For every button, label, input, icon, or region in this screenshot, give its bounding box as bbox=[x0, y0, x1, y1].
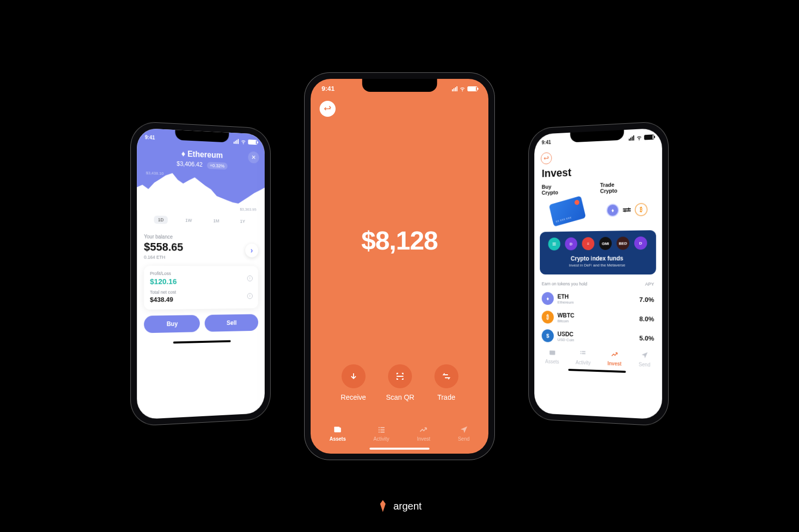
index-funds-card[interactable]: D ≡ GMI BED D Crypto index funds Invest … bbox=[540, 230, 656, 274]
action-label: Receive bbox=[341, 393, 366, 401]
scan-qr-button[interactable]: Scan QR bbox=[386, 364, 414, 401]
send-icon bbox=[458, 425, 469, 434]
cost-label: Total net cost bbox=[150, 289, 176, 294]
wifi-icon bbox=[241, 138, 246, 144]
receive-button[interactable]: Receive bbox=[341, 364, 366, 401]
tab-assets[interactable]: Assets bbox=[330, 425, 346, 442]
battery-icon bbox=[248, 139, 258, 145]
fund-dot-icon: D bbox=[565, 237, 577, 250]
svg-rect-6 bbox=[379, 431, 380, 432]
svg-rect-3 bbox=[380, 427, 384, 428]
pnl-value: $120.16 bbox=[150, 277, 177, 285]
earn-row-usdc[interactable]: $ USDC USD Coin 5.0% bbox=[534, 326, 662, 348]
brand-name: argent bbox=[394, 501, 422, 512]
index-card-title: Crypto index funds bbox=[545, 255, 650, 262]
tab-invest[interactable]: Invest bbox=[607, 349, 621, 366]
apy-value: 7.0% bbox=[639, 295, 654, 303]
sell-button[interactable]: Sell bbox=[205, 314, 258, 332]
trade-crypto-tile[interactable]: TradeCrypto ♦ ₿ bbox=[600, 180, 654, 224]
range-1d[interactable]: 1D bbox=[154, 216, 167, 224]
svg-rect-5 bbox=[380, 429, 384, 430]
fund-dot-icon: GMI bbox=[599, 237, 612, 250]
range-selector: 1D 1W 1M 1Y bbox=[137, 210, 265, 231]
range-1w[interactable]: 1W bbox=[181, 216, 196, 225]
wallet-icon bbox=[332, 425, 343, 434]
home-indicator[interactable] bbox=[173, 340, 231, 343]
argent-logo-icon bbox=[378, 500, 389, 512]
earn-row-eth[interactable]: ♦ ETH Ethereum 7.0% bbox=[534, 289, 662, 309]
tab-send[interactable]: Send bbox=[458, 425, 469, 442]
tab-invest[interactable]: Invest bbox=[417, 425, 430, 442]
svg-rect-7 bbox=[380, 431, 384, 432]
index-card-sub: Invest in DeFi and the Metaverse bbox=[545, 263, 650, 267]
swap-icon bbox=[434, 364, 458, 388]
action-label: Trade bbox=[437, 393, 455, 401]
home-indicator[interactable] bbox=[568, 369, 626, 373]
phone-left: 9:41 ✕ ♦ Ethereum $3,406.42 +0.32% bbox=[131, 121, 270, 426]
action-label: Scan QR bbox=[386, 393, 414, 401]
wifi-icon bbox=[636, 134, 642, 141]
swap-arrows-icon bbox=[622, 206, 632, 214]
price-change-badge: +0.32% bbox=[207, 162, 228, 170]
tab-assets[interactable]: Assets bbox=[545, 348, 559, 364]
tab-bar: Assets Activity Invest Send bbox=[311, 421, 488, 445]
range-1y[interactable]: 1Y bbox=[236, 217, 249, 225]
eth-icon: ♦ bbox=[542, 292, 554, 305]
svg-rect-9 bbox=[581, 351, 582, 352]
phone-right: 9:41 Invest BuyCrypto T bbox=[529, 121, 668, 426]
btc-coin-icon: ₿ bbox=[635, 203, 648, 216]
credit-card-icon bbox=[549, 196, 586, 227]
svg-rect-8 bbox=[549, 350, 555, 355]
signal-icon bbox=[629, 135, 634, 141]
btc-icon: ₿ bbox=[542, 310, 554, 323]
tab-activity[interactable]: Activity bbox=[576, 349, 591, 366]
wallet-icon bbox=[547, 348, 557, 357]
tab-bar: Assets Activity Invest Send bbox=[534, 344, 662, 369]
tab-send[interactable]: Send bbox=[639, 350, 650, 367]
signal-icon bbox=[452, 86, 457, 91]
earn-section-label: Earn on tokens you hold bbox=[542, 281, 587, 286]
svg-rect-11 bbox=[581, 353, 582, 354]
buy-button[interactable]: Buy bbox=[144, 315, 200, 333]
usdc-icon: $ bbox=[542, 329, 554, 342]
pnl-card: Profit/Loss $120.16 i Total net cost $43… bbox=[144, 266, 258, 309]
brand-footer: argent bbox=[378, 500, 422, 512]
tab-activity[interactable]: Activity bbox=[374, 425, 390, 442]
svg-rect-4 bbox=[379, 429, 380, 430]
balance-native: 0.164 ETH bbox=[144, 255, 183, 260]
total-balance: $8,128 bbox=[311, 117, 488, 364]
asset-price: $3,406.42 bbox=[177, 160, 203, 168]
price-chart[interactable]: $3,438.10 $3,363.95 bbox=[137, 169, 265, 213]
send-icon bbox=[639, 350, 650, 360]
svg-rect-10 bbox=[582, 351, 586, 352]
status-time: 9:41 bbox=[542, 139, 551, 145]
svg-rect-2 bbox=[379, 427, 380, 428]
balance-usd: $558.65 bbox=[144, 240, 183, 254]
signal-icon bbox=[234, 139, 239, 144]
fund-dot-icon: BED bbox=[617, 237, 629, 250]
list-icon bbox=[376, 425, 387, 434]
arrow-down-icon bbox=[342, 364, 366, 388]
trend-up-icon bbox=[609, 349, 620, 359]
range-1m[interactable]: 1M bbox=[209, 217, 223, 225]
network-switch-button[interactable] bbox=[541, 152, 552, 164]
phone-center: 9:41 $8,128 Receive bbox=[305, 73, 494, 460]
trade-button[interactable]: Trade bbox=[434, 364, 458, 401]
pnl-label: Profit/Loss bbox=[150, 270, 177, 275]
svg-rect-12 bbox=[582, 353, 586, 354]
status-time: 9:41 bbox=[145, 134, 155, 140]
info-icon[interactable]: i bbox=[247, 292, 253, 298]
fund-dot-icon: D bbox=[634, 236, 647, 250]
home-indicator[interactable] bbox=[370, 448, 429, 450]
chart-high-label: $3,438.10 bbox=[146, 170, 163, 175]
network-switch-button[interactable] bbox=[320, 101, 336, 117]
info-icon[interactable]: i bbox=[247, 275, 253, 281]
balance-detail-button[interactable]: › bbox=[245, 243, 258, 257]
battery-icon bbox=[644, 134, 654, 140]
buy-crypto-tile[interactable]: BuyCrypto bbox=[542, 182, 594, 225]
earn-row-wbtc[interactable]: ₿ WBTC Bitcoin 8.0% bbox=[534, 307, 662, 328]
notch bbox=[362, 79, 437, 92]
battery-icon bbox=[467, 86, 477, 91]
chart-low-label: $3,363.95 bbox=[240, 207, 256, 212]
fund-dot-icon: ≡ bbox=[582, 237, 594, 250]
